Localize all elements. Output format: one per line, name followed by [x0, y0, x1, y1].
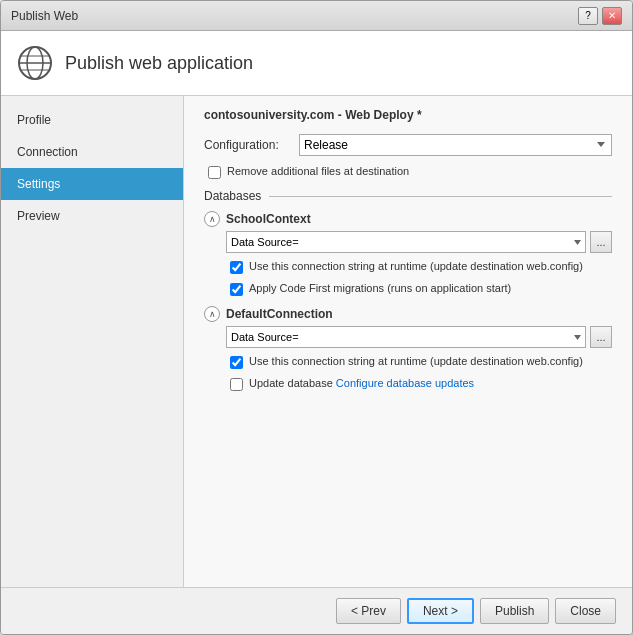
dialog-body: Profile Connection Settings Preview cont…: [1, 96, 632, 587]
default-connection-update-db-label: Update database Configure database updat…: [249, 376, 474, 391]
title-bar-buttons: ? ✕: [578, 7, 622, 25]
dialog-footer: < Prev Next > Publish Close: [1, 587, 632, 634]
school-context-use-connection-checkbox[interactable]: [230, 261, 243, 274]
configuration-select[interactable]: Release Debug: [299, 134, 612, 156]
default-connection-use-connection-checkbox[interactable]: [230, 356, 243, 369]
default-connection-datasource-row: Data Source= ...: [226, 326, 612, 348]
window-close-button[interactable]: ✕: [602, 7, 622, 25]
dialog-title: Publish web application: [65, 53, 253, 74]
remove-files-row: Remove additional files at destination: [204, 164, 612, 179]
school-context-content: Data Source= ... Use this connection str…: [204, 231, 612, 296]
title-bar-text: Publish Web: [11, 9, 78, 23]
school-context-use-connection-row: Use this connection string at runtime (u…: [226, 259, 612, 274]
sidebar-item-profile[interactable]: Profile: [1, 104, 183, 136]
help-button[interactable]: ?: [578, 7, 598, 25]
publish-web-dialog: Publish Web ? ✕ Publish web application …: [0, 0, 633, 635]
remove-files-checkbox[interactable]: [208, 166, 221, 179]
sidebar-item-settings[interactable]: Settings: [1, 168, 183, 200]
remove-files-label: Remove additional files at destination: [227, 164, 409, 179]
school-context-use-connection-label: Use this connection string at runtime (u…: [249, 259, 583, 274]
school-context-collapse-icon: ∧: [204, 211, 220, 227]
default-connection-name: DefaultConnection: [226, 307, 333, 321]
sidebar-item-preview[interactable]: Preview: [1, 200, 183, 232]
school-context-group: ∧ SchoolContext Data Source= ... Use thi…: [204, 211, 612, 296]
sidebar: Profile Connection Settings Preview: [1, 96, 184, 587]
dialog-header: Publish web application: [1, 31, 632, 96]
school-context-migrations-row: Apply Code First migrations (runs on app…: [226, 281, 612, 296]
school-context-datasource-select[interactable]: Data Source=: [226, 231, 586, 253]
connection-title: contosouniversity.com - Web Deploy *: [204, 108, 612, 122]
default-connection-use-connection-label: Use this connection string at runtime (u…: [249, 354, 583, 369]
default-connection-update-db-row: Update database Configure database updat…: [226, 376, 612, 391]
default-connection-collapse-icon: ∧: [204, 306, 220, 322]
sidebar-item-connection[interactable]: Connection: [1, 136, 183, 168]
school-context-header[interactable]: ∧ SchoolContext: [204, 211, 612, 227]
default-connection-header[interactable]: ∧ DefaultConnection: [204, 306, 612, 322]
divider-line: [269, 196, 612, 197]
databases-label: Databases: [204, 189, 261, 203]
school-context-ellipsis-button[interactable]: ...: [590, 231, 612, 253]
databases-divider: Databases: [204, 189, 612, 203]
school-context-migrations-checkbox[interactable]: [230, 283, 243, 296]
default-connection-datasource-select[interactable]: Data Source=: [226, 326, 586, 348]
prev-button[interactable]: < Prev: [336, 598, 401, 624]
close-button[interactable]: Close: [555, 598, 616, 624]
next-button[interactable]: Next >: [407, 598, 474, 624]
configuration-row: Configuration: Release Debug: [204, 134, 612, 156]
publish-button[interactable]: Publish: [480, 598, 549, 624]
globe-icon: [17, 45, 53, 81]
default-connection-group: ∧ DefaultConnection Data Source= ... Use…: [204, 306, 612, 391]
default-connection-ellipsis-button[interactable]: ...: [590, 326, 612, 348]
default-connection-content: Data Source= ... Use this connection str…: [204, 326, 612, 391]
school-context-datasource-row: Data Source= ...: [226, 231, 612, 253]
configuration-label: Configuration:: [204, 138, 299, 152]
default-connection-use-connection-row: Use this connection string at runtime (u…: [226, 354, 612, 369]
default-connection-update-db-checkbox[interactable]: [230, 378, 243, 391]
school-context-name: SchoolContext: [226, 212, 311, 226]
school-context-migrations-label: Apply Code First migrations (runs on app…: [249, 281, 511, 296]
main-content: contosouniversity.com - Web Deploy * Con…: [184, 96, 632, 587]
title-bar: Publish Web ? ✕: [1, 1, 632, 31]
configure-database-link[interactable]: Configure database updates: [336, 377, 474, 389]
